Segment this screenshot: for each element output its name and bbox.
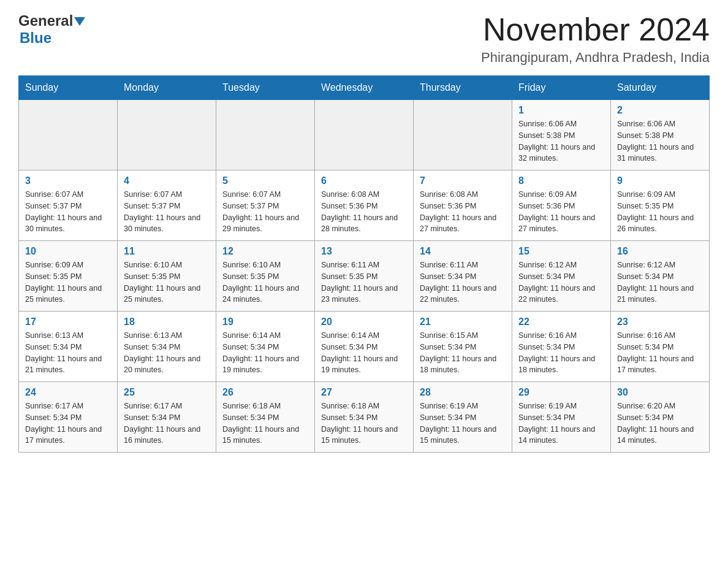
- day-number: 15: [518, 246, 604, 257]
- day-number: 4: [124, 175, 210, 186]
- day-number: 17: [25, 316, 111, 327]
- logo: General Blue: [18, 12, 85, 47]
- day-number: 18: [124, 316, 210, 327]
- day-info: Sunrise: 6:19 AM Sunset: 5:34 PM Dayligh…: [518, 400, 604, 446]
- day-info: Sunrise: 6:12 AM Sunset: 5:34 PM Dayligh…: [617, 259, 703, 305]
- day-number: 10: [25, 246, 111, 257]
- day-info: Sunrise: 6:08 AM Sunset: 5:36 PM Dayligh…: [321, 189, 407, 235]
- logo-general-text: General: [18, 12, 73, 29]
- day-number: 21: [420, 316, 506, 327]
- calendar-cell: [315, 100, 414, 170]
- weekday-header-monday: Monday: [118, 76, 216, 100]
- day-number: 9: [617, 175, 703, 186]
- calendar-cell: 1Sunrise: 6:06 AM Sunset: 5:38 PM Daylig…: [512, 100, 611, 170]
- day-info: Sunrise: 6:09 AM Sunset: 5:36 PM Dayligh…: [518, 189, 604, 235]
- weekday-header-friday: Friday: [512, 76, 611, 100]
- day-info: Sunrise: 6:12 AM Sunset: 5:34 PM Dayligh…: [518, 259, 604, 305]
- weekday-header-wednesday: Wednesday: [315, 76, 414, 100]
- calendar-cell: 16Sunrise: 6:12 AM Sunset: 5:34 PM Dayli…: [611, 241, 710, 312]
- calendar-week-row: 1Sunrise: 6:06 AM Sunset: 5:38 PM Daylig…: [19, 100, 710, 170]
- calendar-cell: 29Sunrise: 6:19 AM Sunset: 5:34 PM Dayli…: [512, 382, 611, 453]
- calendar-cell: 23Sunrise: 6:16 AM Sunset: 5:34 PM Dayli…: [611, 312, 710, 382]
- calendar-cell: 30Sunrise: 6:20 AM Sunset: 5:34 PM Dayli…: [611, 382, 710, 453]
- calendar-cell: [216, 100, 315, 170]
- svg-marker-0: [74, 17, 85, 26]
- day-info: Sunrise: 6:07 AM Sunset: 5:37 PM Dayligh…: [222, 189, 308, 235]
- calendar-cell: 26Sunrise: 6:18 AM Sunset: 5:34 PM Dayli…: [216, 382, 315, 453]
- day-info: Sunrise: 6:10 AM Sunset: 5:35 PM Dayligh…: [124, 259, 210, 305]
- calendar-cell: 8Sunrise: 6:09 AM Sunset: 5:36 PM Daylig…: [512, 170, 611, 241]
- day-number: 30: [617, 387, 703, 398]
- calendar-cell: 10Sunrise: 6:09 AM Sunset: 5:35 PM Dayli…: [19, 241, 118, 312]
- calendar-week-row: 17Sunrise: 6:13 AM Sunset: 5:34 PM Dayli…: [19, 312, 710, 382]
- day-number: 28: [420, 387, 506, 398]
- day-number: 22: [518, 316, 604, 327]
- weekday-header-row: SundayMondayTuesdayWednesdayThursdayFrid…: [19, 76, 710, 100]
- title-block: November 2024 Phirangipuram, Andhra Prad…: [481, 12, 710, 66]
- day-info: Sunrise: 6:09 AM Sunset: 5:35 PM Dayligh…: [25, 259, 111, 305]
- calendar-table: SundayMondayTuesdayWednesdayThursdayFrid…: [18, 75, 710, 453]
- day-info: Sunrise: 6:14 AM Sunset: 5:34 PM Dayligh…: [321, 330, 407, 376]
- calendar-cell: 15Sunrise: 6:12 AM Sunset: 5:34 PM Dayli…: [512, 241, 611, 312]
- weekday-header-thursday: Thursday: [414, 76, 512, 100]
- calendar-cell: [414, 100, 512, 170]
- day-number: 11: [124, 246, 210, 257]
- calendar-cell: 19Sunrise: 6:14 AM Sunset: 5:34 PM Dayli…: [216, 312, 315, 382]
- calendar-cell: 24Sunrise: 6:17 AM Sunset: 5:34 PM Dayli…: [19, 382, 118, 453]
- day-info: Sunrise: 6:19 AM Sunset: 5:34 PM Dayligh…: [420, 400, 506, 446]
- calendar-body: 1Sunrise: 6:06 AM Sunset: 5:38 PM Daylig…: [19, 100, 710, 453]
- location-title: Phirangipuram, Andhra Pradesh, India: [481, 50, 710, 66]
- calendar-cell: 20Sunrise: 6:14 AM Sunset: 5:34 PM Dayli…: [315, 312, 414, 382]
- day-number: 25: [124, 387, 210, 398]
- day-info: Sunrise: 6:17 AM Sunset: 5:34 PM Dayligh…: [25, 400, 111, 446]
- calendar-cell: 17Sunrise: 6:13 AM Sunset: 5:34 PM Dayli…: [19, 312, 118, 382]
- month-title: November 2024: [481, 12, 710, 47]
- day-info: Sunrise: 6:11 AM Sunset: 5:35 PM Dayligh…: [321, 259, 407, 305]
- day-number: 5: [222, 175, 308, 186]
- calendar-cell: 4Sunrise: 6:07 AM Sunset: 5:37 PM Daylig…: [118, 170, 216, 241]
- day-number: 13: [321, 246, 407, 257]
- calendar-cell: [19, 100, 118, 170]
- day-info: Sunrise: 6:11 AM Sunset: 5:34 PM Dayligh…: [420, 259, 506, 305]
- calendar-header: SundayMondayTuesdayWednesdayThursdayFrid…: [19, 76, 710, 100]
- day-info: Sunrise: 6:07 AM Sunset: 5:37 PM Dayligh…: [124, 189, 210, 235]
- day-number: 14: [420, 246, 506, 257]
- day-number: 19: [222, 316, 308, 327]
- day-info: Sunrise: 6:18 AM Sunset: 5:34 PM Dayligh…: [222, 400, 308, 446]
- weekday-header-sunday: Sunday: [19, 76, 118, 100]
- day-info: Sunrise: 6:16 AM Sunset: 5:34 PM Dayligh…: [518, 330, 604, 376]
- calendar-cell: 28Sunrise: 6:19 AM Sunset: 5:34 PM Dayli…: [414, 382, 512, 453]
- logo-blue-text: Blue: [20, 29, 51, 46]
- calendar-week-row: 24Sunrise: 6:17 AM Sunset: 5:34 PM Dayli…: [19, 382, 710, 453]
- calendar-cell: 3Sunrise: 6:07 AM Sunset: 5:37 PM Daylig…: [19, 170, 118, 241]
- day-number: 3: [25, 175, 111, 186]
- calendar-cell: 22Sunrise: 6:16 AM Sunset: 5:34 PM Dayli…: [512, 312, 611, 382]
- day-info: Sunrise: 6:14 AM Sunset: 5:34 PM Dayligh…: [222, 330, 308, 376]
- day-number: 29: [518, 387, 604, 398]
- calendar-cell: 18Sunrise: 6:13 AM Sunset: 5:34 PM Dayli…: [118, 312, 216, 382]
- day-number: 24: [25, 387, 111, 398]
- day-info: Sunrise: 6:13 AM Sunset: 5:34 PM Dayligh…: [124, 330, 210, 376]
- day-info: Sunrise: 6:15 AM Sunset: 5:34 PM Dayligh…: [420, 330, 506, 376]
- calendar-cell: 6Sunrise: 6:08 AM Sunset: 5:36 PM Daylig…: [315, 170, 414, 241]
- day-info: Sunrise: 6:09 AM Sunset: 5:35 PM Dayligh…: [617, 189, 703, 235]
- day-number: 6: [321, 175, 407, 186]
- day-info: Sunrise: 6:13 AM Sunset: 5:34 PM Dayligh…: [25, 330, 111, 376]
- day-number: 7: [420, 175, 506, 186]
- day-info: Sunrise: 6:20 AM Sunset: 5:34 PM Dayligh…: [617, 400, 703, 446]
- calendar-cell: 9Sunrise: 6:09 AM Sunset: 5:35 PM Daylig…: [611, 170, 710, 241]
- weekday-header-tuesday: Tuesday: [216, 76, 315, 100]
- logo-arrow-icon: [74, 16, 85, 27]
- calendar-cell: 14Sunrise: 6:11 AM Sunset: 5:34 PM Dayli…: [414, 241, 512, 312]
- calendar-cell: 11Sunrise: 6:10 AM Sunset: 5:35 PM Dayli…: [118, 241, 216, 312]
- day-number: 16: [617, 246, 703, 257]
- day-info: Sunrise: 6:17 AM Sunset: 5:34 PM Dayligh…: [124, 400, 210, 446]
- calendar-week-row: 10Sunrise: 6:09 AM Sunset: 5:35 PM Dayli…: [19, 241, 710, 312]
- day-info: Sunrise: 6:08 AM Sunset: 5:36 PM Dayligh…: [420, 189, 506, 235]
- calendar-cell: 12Sunrise: 6:10 AM Sunset: 5:35 PM Dayli…: [216, 241, 315, 312]
- day-info: Sunrise: 6:06 AM Sunset: 5:38 PM Dayligh…: [617, 118, 703, 164]
- day-number: 8: [518, 175, 604, 186]
- weekday-header-saturday: Saturday: [611, 76, 710, 100]
- day-number: 26: [222, 387, 308, 398]
- day-number: 23: [617, 316, 703, 327]
